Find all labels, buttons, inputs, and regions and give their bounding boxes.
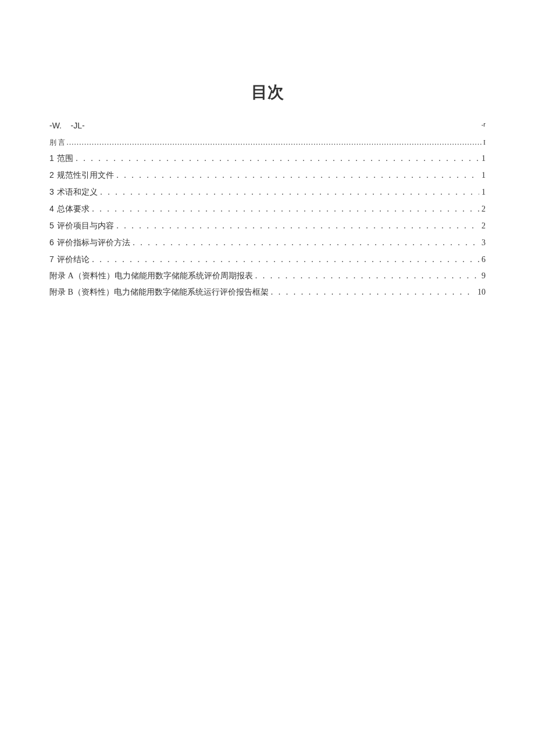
toc-entry-page: 1 bbox=[482, 184, 486, 200]
toc-entry-label: 7 评价结论 bbox=[49, 251, 90, 268]
toc-entry-page: 9 bbox=[482, 268, 486, 284]
toc-entry: 5 评价项目与内容2 bbox=[49, 217, 486, 234]
toc-entry-label: 附录 B（资料性）电力储能用数字储能系统运行评价报告框架 bbox=[49, 284, 269, 300]
toc-entry: 4 总体要求2 bbox=[49, 200, 486, 217]
toc-entry-page: 1 bbox=[482, 151, 486, 167]
toc-entry: 1 范围1 bbox=[49, 150, 486, 167]
toc-entry: 7 评价结论6 bbox=[49, 251, 486, 268]
toc-header-right: -r bbox=[482, 121, 486, 130]
toc-entry-label: 2 规范性引用文件 bbox=[49, 167, 114, 184]
table-of-contents: 刖 言I1 范围12 规范性引用文件13 术语和定义14 总体要求25 评价项目… bbox=[49, 135, 486, 300]
toc-header-left-2: -JL- bbox=[71, 121, 85, 130]
toc-entry-page: 10 bbox=[477, 284, 486, 300]
toc-leader-dots bbox=[133, 235, 479, 251]
toc-entry-label: 3 术语和定义 bbox=[49, 184, 98, 200]
toc-leader-dots bbox=[92, 252, 479, 268]
toc-entry: 附录 A（资料性）电力储能用数字储能系统评价周期报表 9 bbox=[49, 268, 486, 284]
toc-entry: 3 术语和定义1 bbox=[49, 184, 486, 200]
toc-entry-label: 刖 言 bbox=[49, 135, 65, 149]
document-page: 目次 -W. -JL- -r 刖 言I1 范围12 规范性引用文件13 术语和定… bbox=[0, 0, 535, 335]
toc-entry-page: I bbox=[483, 135, 486, 149]
toc-leader-dots bbox=[100, 184, 479, 200]
toc-leader-dots bbox=[92, 201, 479, 217]
toc-entry: 刖 言I bbox=[49, 135, 486, 150]
toc-entry-page: 2 bbox=[482, 201, 486, 217]
toc-leader-dots bbox=[66, 135, 482, 150]
toc-leader-dots bbox=[76, 151, 479, 167]
toc-leader-dots bbox=[255, 268, 479, 284]
toc-entry-label: 1 范围 bbox=[49, 150, 73, 167]
toc-entry-label: 附录 A（资料性）电力储能用数字储能系统评价周期报表 bbox=[49, 268, 253, 284]
toc-entry-page: 6 bbox=[482, 252, 486, 268]
toc-entry-page: 3 bbox=[482, 235, 486, 251]
toc-entry-page: 2 bbox=[482, 218, 486, 234]
toc-header-left: -W. -JL- bbox=[49, 121, 85, 130]
toc-entry-label: 6 评价指标与评价方法 bbox=[49, 234, 130, 251]
toc-entry-page: 1 bbox=[482, 167, 486, 184]
page-title: 目次 bbox=[49, 81, 486, 103]
toc-entry: 附录 B（资料性）电力储能用数字储能系统运行评价报告框架 10 bbox=[49, 284, 486, 300]
toc-entry: 2 规范性引用文件1 bbox=[49, 167, 486, 184]
toc-leader-dots bbox=[116, 218, 479, 234]
toc-header-row: -W. -JL- -r bbox=[49, 121, 486, 130]
toc-leader-dots bbox=[271, 284, 475, 300]
toc-leader-dots bbox=[116, 167, 479, 184]
toc-header-left-1: -W. bbox=[49, 121, 62, 130]
toc-entry-label: 5 评价项目与内容 bbox=[49, 217, 114, 234]
toc-entry-label: 4 总体要求 bbox=[49, 200, 90, 217]
toc-entry: 6 评价指标与评价方法3 bbox=[49, 234, 486, 251]
